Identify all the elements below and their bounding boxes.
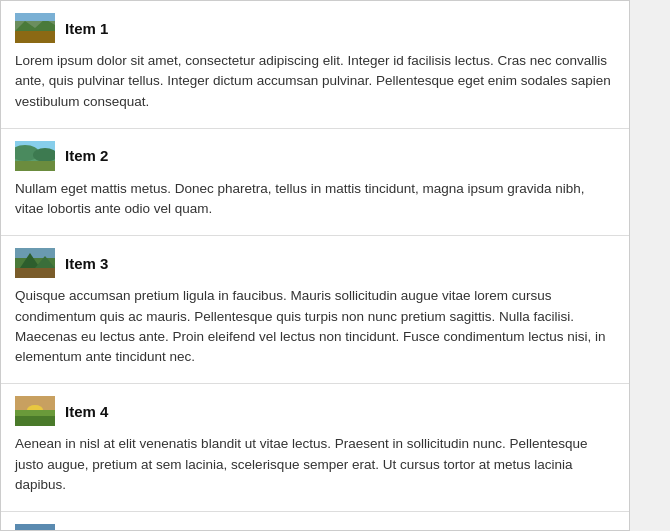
svg-rect-3 [15, 13, 55, 21]
item-title: Item 3 [65, 255, 108, 272]
svg-rect-8 [15, 161, 55, 171]
item-thumbnail [15, 248, 55, 278]
list-item: Item 1 Lorem ipsum dolor sit amet, conse… [1, 1, 629, 129]
item-header: Item 5 [15, 524, 615, 531]
item-header: Item 2 [15, 141, 615, 171]
svg-rect-13 [15, 268, 55, 278]
item-title: Item 4 [65, 403, 108, 420]
item-body: Lorem ipsum dolor sit amet, consectetur … [15, 51, 615, 112]
items-list[interactable]: Item 1 Lorem ipsum dolor sit amet, conse… [0, 0, 630, 531]
item-header: Item 4 [15, 396, 615, 426]
item-title: Item 2 [65, 147, 108, 164]
svg-rect-10 [15, 248, 55, 258]
svg-rect-20 [15, 524, 55, 531]
list-item: Item 5 Ut consequat magna luctus justo e… [1, 512, 629, 531]
list-item: Item 4 Aenean in nisl at elit venenatis … [1, 384, 629, 512]
item-title: Item 1 [65, 20, 108, 37]
item-body: Aenean in nisl at elit venenatis blandit… [15, 434, 615, 495]
list-item: Item 2 Nullam eget mattis metus. Donec p… [1, 129, 629, 237]
item-thumbnail [15, 141, 55, 171]
item-thumbnail [15, 396, 55, 426]
item-header: Item 1 [15, 13, 615, 43]
item-thumbnail [15, 524, 55, 531]
svg-rect-1 [15, 31, 55, 43]
item-header: Item 3 [15, 248, 615, 278]
item-body: Quisque accumsan pretium ligula in fauci… [15, 286, 615, 367]
item-thumbnail [15, 13, 55, 43]
list-item: Item 3 Quisque accumsan pretium ligula i… [1, 236, 629, 384]
svg-rect-18 [15, 410, 55, 416]
item-body: Nullam eget mattis metus. Donec pharetra… [15, 179, 615, 220]
